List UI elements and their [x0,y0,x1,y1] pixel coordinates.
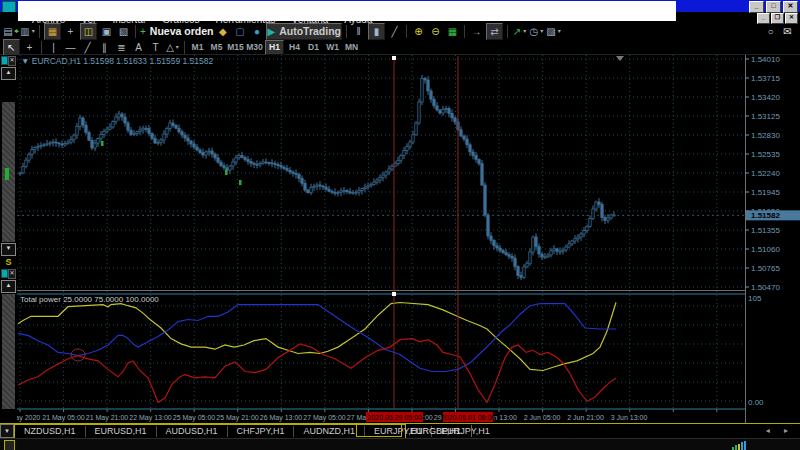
indicator-scale-bottom: 0.00 [748,398,764,407]
shapes-button[interactable]: △▾ [165,40,180,55]
tab-chfjpyh1[interactable]: CHFJPY,H1 [228,426,295,437]
shapes-dropdown-icon[interactable]: ▾ [176,40,179,55]
window-controls: _ □ ✕ [749,1,798,13]
price-label: 1.52830 [751,131,780,140]
search-button[interactable]: ○ [763,24,778,39]
dock-scroll-up-button[interactable]: ▲ [1,67,16,80]
line-chart-mode-icon: ╱ [391,24,397,39]
mdi-restore-button[interactable]: ❐ [771,13,784,24]
cursor-button[interactable]: ↖ [3,39,20,56]
dock2-scroll-up-button[interactable]: ▲ [1,280,16,293]
timeframe-m15-button[interactable]: M15 [227,41,244,54]
chart-window-icon [1,56,8,65]
trendline-icon: ╱ [84,40,90,55]
dock-collapse-button[interactable]: ▼ [0,424,14,438]
cursor-icon: ↖ [7,40,15,55]
zoom-out-button[interactable]: ⊖ [428,24,443,39]
price-label: 1.53125 [751,112,780,121]
mdi-close-button[interactable]: ✕ [785,13,798,24]
tab-eurusdh1[interactable]: EURUSD,H1 [86,426,157,437]
timeframe-w1-button[interactable]: W1 [324,41,341,54]
new-chart-button[interactable]: ▤+▾ [3,24,18,39]
periods-dropdown-icon[interactable]: ▾ [540,24,543,39]
toolbar-separator [406,25,407,38]
time-label: 22 May 13:00 [129,414,172,422]
indicators-list-icon: ↗ [513,24,521,39]
event-time-label: 2020.06.01 08:00 [441,414,496,421]
tile-windows-icon: ▦ [448,24,457,39]
toolbar-separator [346,25,347,38]
indicators-list-dropdown-icon[interactable]: ▾ [523,24,526,39]
horizontal-line-button[interactable]: — [63,40,78,55]
empty-tab-slot [356,424,402,437]
time-label: 27 May 05:00 [303,414,346,422]
chat-button[interactable]: ✉ [780,24,795,39]
dock2-scrollbar-track[interactable] [2,294,15,409]
dock-panel2-close-icon[interactable]: ✕ [8,269,16,279]
price-label: 1.50765 [751,264,780,273]
tab-eurgbp-active[interactable]: EURGBP,H1 [410,425,472,437]
auto-scroll-button[interactable]: → [469,24,484,39]
timeframe-m1-button[interactable]: M1 [189,41,206,54]
dock-panel1-close-icon[interactable]: ✕ [8,56,16,66]
timeframe-mn-button[interactable]: MN [343,41,360,54]
zoom-out-icon: ⊖ [431,24,439,39]
minimized-chart-icon[interactable] [4,440,15,450]
drawing-toolbar: ↖+|—╱∥≣AT△▾M1M5M15M30H1H4D1W1MN [0,40,800,55]
price-label: 1.50470 [751,283,780,292]
time-label: 25 May 05:00 [173,414,216,422]
vline-handle-indicator[interactable] [392,292,396,296]
trendline-button[interactable]: ╱ [80,40,95,55]
chart-tabs-group: NZDUSD,H1EURUSD,H1AUDUSD,H1CHFJPY,H1AUDN… [14,424,406,439]
toolbar-separator [184,41,185,54]
dock-scrollbar-track[interactable] [2,102,15,242]
dock-scroll-down-button[interactable]: ▼ [1,243,16,256]
indicators-list-button[interactable]: ↗▾ [512,24,527,39]
text-button[interactable]: A [131,40,146,55]
event-time-label: 2020.05.29 05:00 [367,414,422,421]
timeframe-h4-button[interactable]: H4 [286,41,303,54]
indicator-scale-top: 105 [748,294,762,303]
timeframe-d1-button[interactable]: D1 [305,41,322,54]
zoom-in-button[interactable]: ⊕ [411,24,426,39]
price-chart-canvas[interactable]: ▼ EURCAD,H1 1.51598 1.51633 1.51559 1.51… [17,55,800,423]
timeframe-m30-button[interactable]: M30 [246,41,263,54]
connection-status-icon [732,441,748,450]
time-label: 21 May 21:00 [86,414,129,422]
tile-windows-button[interactable]: ▦ [445,24,460,39]
maximize-button[interactable]: □ [766,1,781,13]
price-label: 1.51355 [751,226,780,235]
zoom-in-icon: ⊕ [414,24,422,39]
tab-audusdh1[interactable]: AUDUSD,H1 [157,426,228,437]
templates-button[interactable]: ▨▾ [546,24,561,39]
tab-scroll-arrows[interactable]: ◂ ▸ [766,426,794,435]
periods-button[interactable]: ◷▾ [529,24,544,39]
channel-button[interactable]: ∥ [97,40,112,55]
toolbar-separator [464,25,465,38]
vertical-line-button[interactable]: | [46,40,61,55]
dock-panel1-header: ✕ [0,55,17,66]
timeframe-h1-button[interactable]: H1 [265,40,284,55]
search-icon: ○ [767,24,773,39]
text-icon: A [135,40,142,55]
crosshair-button[interactable]: + [22,40,37,55]
tab-audnzdh1[interactable]: AUDNZD,H1 [294,426,365,437]
mdi-minimize-button[interactable]: _ [757,13,770,24]
toolbar-right-group: ○✉ [762,24,796,39]
price-label: 1.53715 [751,74,780,83]
minimize-button[interactable]: _ [749,1,764,13]
templates-dropdown-icon[interactable]: ▾ [558,24,561,39]
line-chart-mode-button[interactable]: ╱ [387,24,402,39]
mt4-application-window: { "titlebar": {"accent": "#0b18d6", "but… [0,0,800,450]
tab-nzdusdh1[interactable]: NZDUSD,H1 [15,426,86,437]
fibonacci-button[interactable]: ≣ [114,40,129,55]
new-chart-icon: ▤ [3,24,12,39]
close-button[interactable]: ✕ [783,1,798,13]
chart-tab-bar: ▼ NZDUSD,H1EURUSD,H1AUDUSD,H1CHFJPY,H1AU… [0,423,800,439]
text-label-button[interactable]: T [148,40,163,55]
text-label-icon: T [152,40,158,55]
vline-handle-top[interactable] [392,56,396,60]
chart-shift-button[interactable]: ⇄ [486,23,503,40]
docked-panel-strip: ✕ ▲ ▼ S ✕ ▲ [0,55,18,423]
timeframe-m5-button[interactable]: M5 [208,41,225,54]
